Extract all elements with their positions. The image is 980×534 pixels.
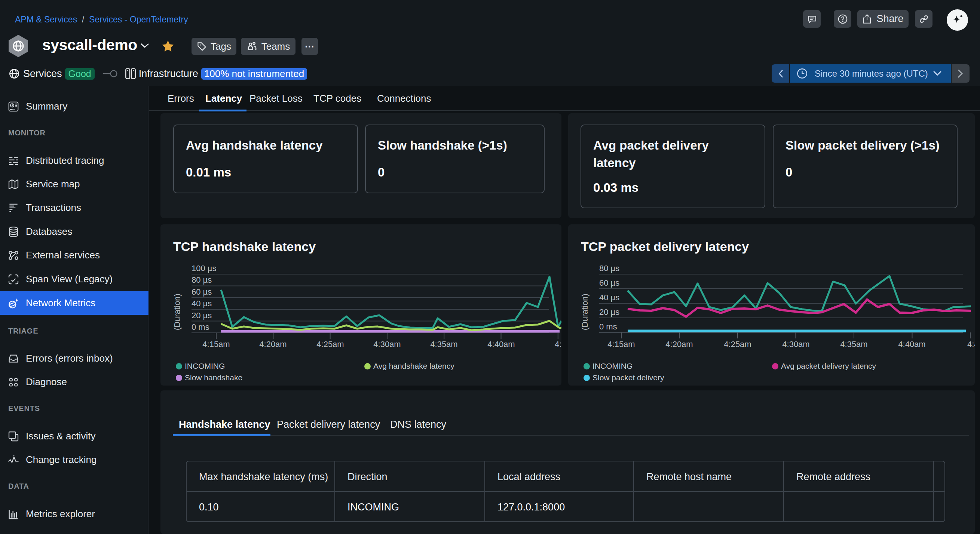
svg-text:20 µs: 20 µs <box>599 307 619 317</box>
svg-text:4:20am: 4:20am <box>259 340 286 349</box>
svg-text:80 µs: 80 µs <box>191 275 212 284</box>
svg-text:(Duration): (Duration) <box>172 294 182 330</box>
svg-text:4:15am: 4:15am <box>202 340 230 349</box>
svg-text:60 µs: 60 µs <box>191 287 212 297</box>
svg-text:60 µs: 60 µs <box>599 278 619 288</box>
svg-text:4:20am: 4:20am <box>665 340 693 349</box>
svg-text:4:45am: 4:45am <box>967 340 975 349</box>
svg-text:4:30am: 4:30am <box>782 340 810 349</box>
svg-text:4:25am: 4:25am <box>317 340 344 349</box>
svg-text:100 µs: 100 µs <box>191 264 216 273</box>
svg-text:40 µs: 40 µs <box>599 293 619 302</box>
svg-text:20 µs: 20 µs <box>191 311 212 320</box>
svg-text:80 µs: 80 µs <box>599 264 619 273</box>
svg-text:4:35am: 4:35am <box>430 340 457 349</box>
svg-text:4:40am: 4:40am <box>898 340 925 349</box>
svg-text:4:45am: 4:45am <box>555 340 562 349</box>
svg-text:0 ms: 0 ms <box>191 323 210 332</box>
svg-text:0 ms: 0 ms <box>599 322 617 331</box>
svg-text:4:30am: 4:30am <box>373 340 401 349</box>
svg-text:4:35am: 4:35am <box>840 340 867 349</box>
svg-text:4:25am: 4:25am <box>724 340 751 349</box>
svg-text:(Duration): (Duration) <box>580 294 590 330</box>
svg-text:4:15am: 4:15am <box>608 340 635 349</box>
svg-text:40 µs: 40 µs <box>191 299 212 308</box>
svg-text:4:40am: 4:40am <box>487 340 515 349</box>
